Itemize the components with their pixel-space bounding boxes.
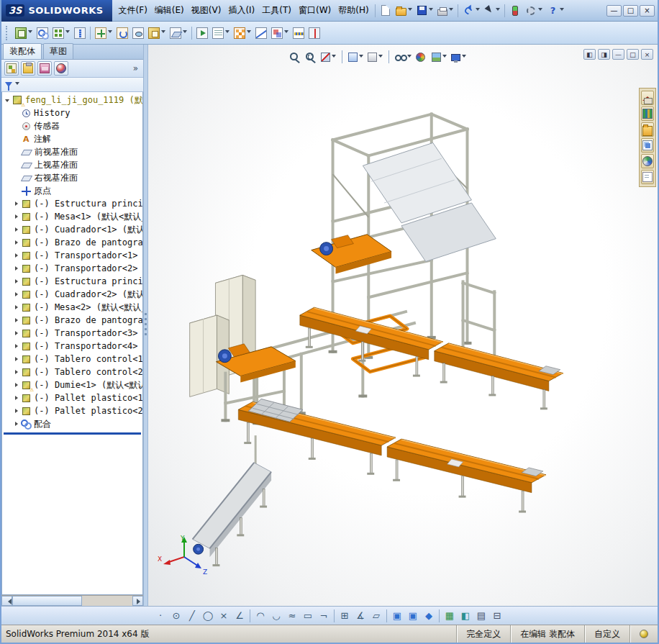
new-document-button[interactable] — [378, 2, 394, 19]
print-button[interactable] — [435, 2, 455, 19]
expander-icon[interactable] — [14, 356, 20, 363]
section-view-button[interactable] — [306, 24, 322, 42]
tree-item[interactable]: (-) Brazo de pantografo<2 — [2, 314, 142, 327]
options-button[interactable] — [523, 2, 545, 19]
transportador-1[interactable] — [300, 307, 443, 376]
tab-sketch[interactable]: 草图 — [43, 43, 73, 59]
custom-properties-tab[interactable] — [641, 170, 654, 184]
tree-item[interactable]: (-) Dumie<1> (默认<默认 — [2, 378, 142, 391]
quick-tips-icon[interactable] — [640, 630, 648, 638]
menu-item[interactable]: 帮助(H) — [335, 1, 372, 19]
panel-splitter[interactable] — [143, 45, 148, 606]
expander-icon[interactable] — [14, 278, 20, 285]
help-button[interactable] — [545, 2, 566, 19]
tree-item[interactable]: (-) Cuadrador<1> (默认<默 — [2, 223, 142, 236]
centerline-tool[interactable]: ∠ — [232, 609, 247, 623]
expander-icon[interactable] — [14, 266, 20, 272]
scroll-right-button[interactable] — [132, 596, 143, 606]
design-library-tab[interactable] — [641, 106, 654, 121]
tangent-arc-tool[interactable]: ◡ — [268, 609, 284, 623]
mesa-2[interactable] — [312, 235, 391, 274]
tree-item[interactable]: (-) Estructura principal< — [2, 275, 142, 288]
menu-item[interactable]: 视图(V) — [188, 1, 225, 19]
measure-button[interactable] — [291, 24, 306, 42]
toolbar-grip[interactable] — [6, 26, 9, 40]
view-orientation-button[interactable] — [346, 49, 365, 65]
expander-icon[interactable] — [14, 240, 20, 246]
tree-top-plane[interactable]: 上视基准面 — [2, 158, 142, 171]
rebuild-button[interactable] — [507, 2, 523, 19]
menu-item[interactable]: 窗口(W) — [295, 1, 335, 19]
expander-icon[interactable] — [14, 291, 20, 298]
select-button[interactable] — [482, 2, 502, 19]
tree-item[interactable]: (-) Mesa<1> (默认<默认_显 — [2, 210, 142, 223]
expander-icon[interactable] — [14, 343, 20, 350]
expander-icon[interactable] — [14, 227, 20, 233]
tree-item[interactable]: (-) Tablero control<1> (默 — [2, 353, 142, 366]
dimxpertmanager-tab[interactable] — [54, 61, 68, 76]
point-tool[interactable]: × — [216, 609, 232, 623]
apply-scene-button[interactable] — [430, 49, 449, 65]
menu-item[interactable]: 编辑(E) — [151, 1, 188, 19]
expander-icon[interactable] — [14, 162, 20, 168]
tree-item[interactable]: (-) Estructura principal< — [2, 197, 142, 210]
solidworks-resources-tab[interactable] — [641, 91, 654, 105]
linear-sketch-pattern-tool[interactable]: ⊞ — [337, 609, 353, 623]
manager-overflow-chevron[interactable]: » — [131, 63, 140, 73]
insert-components-button[interactable] — [13, 24, 35, 42]
section-view-button[interactable] — [319, 49, 338, 65]
status-units-label[interactable]: 自定义 — [584, 625, 630, 643]
tree-item[interactable]: (-) Mesa<2> (默认<默认_显 — [2, 301, 142, 314]
expander-icon[interactable] — [14, 149, 20, 155]
document-restore-button[interactable]: □ — [627, 49, 639, 60]
line-tool[interactable]: ╱ — [184, 609, 200, 623]
tree-history[interactable]: History — [2, 106, 142, 119]
tree-annotations[interactable]: 注解 — [2, 132, 142, 145]
tree-mates[interactable]: 配合 — [2, 417, 142, 430]
tree-item[interactable]: (-) Transportador<4> (默认 — [2, 340, 142, 353]
expander-icon[interactable] — [14, 214, 20, 220]
expander-icon[interactable] — [14, 330, 20, 337]
rotate-component-button[interactable] — [114, 24, 130, 42]
expander-icon[interactable] — [14, 175, 20, 181]
tree-origin[interactable]: 原点 — [2, 184, 142, 197]
transportador-4[interactable] — [387, 439, 546, 512]
filter-icon[interactable] — [5, 82, 12, 91]
pane-split-left-button[interactable]: ◧ — [583, 49, 596, 60]
spline-tool[interactable]: ≈ — [284, 609, 300, 623]
expander-icon[interactable] — [14, 123, 20, 130]
smart-dimension-tool[interactable]: ∡ — [353, 609, 368, 623]
show-hidden-components-button[interactable] — [130, 24, 146, 42]
shaded-view-tool[interactable]: ▣ — [405, 609, 421, 623]
edit-appearance-button[interactable] — [414, 49, 430, 65]
appearances-scenes-tab[interactable] — [641, 154, 654, 168]
expander-icon[interactable] — [14, 421, 20, 427]
comment-tool[interactable]: ⊟ — [489, 609, 505, 623]
menu-item[interactable]: 文件(F) — [115, 1, 151, 19]
expander-icon[interactable] — [14, 110, 20, 117]
undo-button[interactable] — [460, 2, 482, 19]
expander-icon[interactable] — [14, 136, 20, 142]
view-palette-tab[interactable] — [641, 138, 654, 153]
assembly-features-button[interactable] — [146, 24, 168, 42]
document-minimize-button[interactable]: — — [612, 49, 624, 60]
view-settings-button[interactable] — [449, 49, 468, 65]
tree-item[interactable]: (-) Cuadrador<2> (默认<默 — [2, 288, 142, 301]
chevron-down-icon[interactable] — [15, 82, 19, 87]
expander-icon[interactable] — [14, 317, 20, 324]
expander-icon[interactable] — [14, 408, 20, 414]
reference-geometry-button[interactable] — [168, 24, 189, 42]
scroll-left-button[interactable] — [1, 596, 12, 606]
tree-item[interactable]: (-) Tablero control<2> (默 — [2, 366, 142, 378]
menu-item[interactable]: 插入(I) — [224, 1, 258, 19]
tree-item[interactable]: (-) Brazo de pantografo<1 — [2, 236, 142, 249]
hide-show-items-button[interactable] — [393, 49, 414, 65]
panel-horizontal-scrollbar[interactable] — [1, 595, 143, 606]
expander-icon[interactable] — [14, 253, 20, 259]
expander-icon[interactable] — [14, 369, 20, 376]
expander-icon[interactable] — [14, 304, 20, 311]
tree-item[interactable]: (-) Transportador<1> (默认 — [2, 249, 142, 262]
featuremanager-tree-tab[interactable] — [4, 61, 19, 76]
exploded-view-tool[interactable]: ▦ — [442, 609, 458, 623]
plane-tool[interactable]: ▱ — [368, 609, 384, 623]
